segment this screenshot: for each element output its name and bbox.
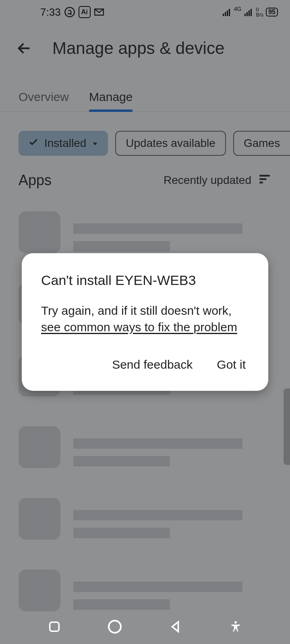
square-icon <box>48 620 61 634</box>
nav-accessibility-button[interactable] <box>226 617 245 636</box>
circle-icon <box>107 619 123 635</box>
dialog-actions: Send feedback Got it <box>41 358 249 372</box>
nav-back-button[interactable] <box>166 617 185 636</box>
dialog-body: Try again, and if it still doesn't work,… <box>41 303 249 335</box>
got-it-button[interactable]: Got it <box>217 358 246 372</box>
dialog-help-link[interactable]: see common ways to fix the problem <box>41 320 237 334</box>
triangle-left-icon <box>168 619 182 634</box>
svg-point-15 <box>109 621 121 633</box>
svg-point-16 <box>234 621 237 623</box>
svg-rect-14 <box>50 622 59 632</box>
accessibility-icon <box>229 620 242 633</box>
nav-recent-button[interactable] <box>45 617 64 636</box>
error-dialog: Can't install EYEN-WEB3 Try again, and i… <box>22 253 268 391</box>
nav-bar <box>0 609 290 644</box>
nav-home-button[interactable] <box>105 617 124 636</box>
modal-overlay[interactable]: Can't install EYEN-WEB3 Try again, and i… <box>0 0 290 644</box>
send-feedback-button[interactable]: Send feedback <box>112 358 193 372</box>
dialog-body-text: Try again, and if it still doesn't work, <box>41 304 232 317</box>
dialog-title: Can't install EYEN-WEB3 <box>41 272 249 288</box>
